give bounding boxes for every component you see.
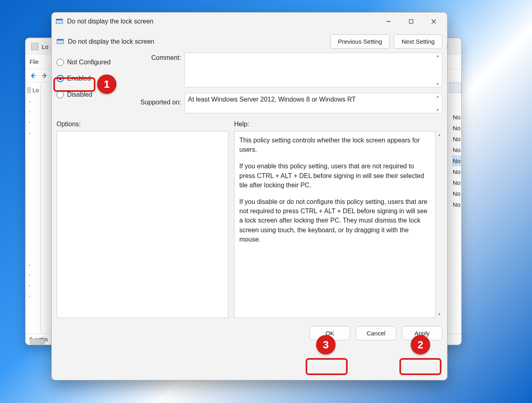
chevron-right-icon[interactable]: › (27, 294, 32, 298)
gpedit-icon (31, 43, 38, 50)
tree-root-label: Lo (32, 87, 39, 93)
scroll-icon (27, 87, 31, 93)
radio-not-configured[interactable]: Not Configured (57, 54, 129, 70)
state-radio-group: Not Configured Enabled Disabled (57, 53, 129, 103)
supported-on-label: Supported on: (133, 74, 181, 106)
comment-value (185, 53, 442, 87)
help-text-p1: This policy setting controls whether the… (239, 136, 431, 154)
list-item[interactable]: No (452, 177, 461, 188)
list-item[interactable]: No (452, 199, 461, 210)
help-text-p2: If you enable this policy setting, users… (239, 161, 431, 190)
list-item[interactable]: No (452, 112, 461, 123)
help-panel: This policy setting controls whether the… (234, 131, 436, 318)
help-text-p3: If you disable or do not configure this … (239, 197, 431, 244)
cancel-button[interactable]: Cancel (356, 326, 396, 340)
menu-file[interactable]: File (30, 59, 39, 65)
horizontal-scrollbar[interactable] (30, 339, 45, 345)
close-button[interactable] (424, 15, 443, 28)
list-column-header[interactable] (449, 83, 461, 93)
list-item[interactable]: No (452, 134, 461, 144)
list-item[interactable]: No (452, 155, 461, 166)
back-arrow-icon[interactable] (29, 71, 38, 80)
gpedit-title: Lo (42, 43, 49, 50)
apply-button[interactable]: Apply (402, 326, 442, 340)
radio-icon (57, 59, 64, 66)
ok-button[interactable]: OK (310, 326, 350, 340)
radio-icon (57, 91, 64, 98)
svg-rect-3 (410, 20, 413, 23)
list-items: No No No No No No No No No (452, 112, 461, 210)
chevron-right-icon[interactable]: › (27, 273, 32, 277)
scroll-down-icon[interactable]: ▼ (437, 312, 442, 316)
list-item[interactable]: No (452, 123, 461, 134)
previous-setting-button[interactable]: Previous Setting (330, 34, 390, 49)
gpedit-tree[interactable]: Lo ⌄ › › ⌄ ⌄ › › › (25, 83, 41, 333)
svg-rect-7 (57, 39, 63, 40)
list-item[interactable]: No (452, 144, 461, 155)
policy-icon (57, 38, 64, 45)
comment-textbox[interactable]: ▲▼ (184, 53, 442, 87)
svg-rect-1 (56, 19, 63, 20)
next-setting-button[interactable]: Next Setting (394, 34, 442, 49)
chevron-down-icon[interactable]: ⌄ (27, 262, 32, 267)
maximize-button[interactable] (402, 15, 420, 28)
supported-on-value: At least Windows Server 2012, Windows 8 … (185, 93, 442, 113)
chevron-right-icon[interactable]: › (27, 120, 32, 124)
scroll-spinner[interactable]: ▲▼ (435, 54, 441, 86)
chevron-right-icon[interactable]: › (27, 109, 32, 114)
scroll-up-icon[interactable]: ▲ (437, 133, 442, 137)
chevron-right-icon[interactable]: › (27, 283, 32, 288)
radio-label: Not Configured (67, 59, 111, 66)
options-panel (57, 131, 228, 318)
options-label: Options: (57, 121, 228, 128)
radio-icon (57, 75, 64, 82)
help-scrollbar[interactable]: ▲ ▼ (436, 131, 442, 318)
help-label: Help: (234, 121, 442, 128)
chevron-down-icon[interactable]: ⌄ (27, 130, 32, 135)
scroll-spinner[interactable]: ▲▼ (435, 94, 441, 112)
radio-disabled[interactable]: Disabled (57, 87, 129, 103)
dialog-title: Do not display the lock screen (67, 18, 375, 25)
comment-label: Comment: (133, 53, 181, 74)
radio-label: Enabled (67, 75, 91, 82)
list-item[interactable]: No (452, 188, 461, 199)
chevron-down-icon[interactable]: ⌄ (27, 99, 32, 103)
policy-name: Do not display the lock screen (68, 38, 326, 45)
list-item[interactable]: No (452, 166, 461, 177)
minimize-button[interactable] (379, 15, 398, 28)
radio-enabled[interactable]: Enabled (57, 70, 129, 87)
policy-setting-dialog: Do not display the lock screen Do not di… (51, 12, 448, 380)
policy-icon (56, 18, 63, 25)
forward-arrow-icon[interactable] (40, 71, 49, 80)
dialog-titlebar[interactable]: Do not display the lock screen (52, 13, 447, 30)
radio-label: Disabled (67, 91, 92, 98)
supported-on-textbox: At least Windows Server 2012, Windows 8 … (184, 93, 442, 113)
